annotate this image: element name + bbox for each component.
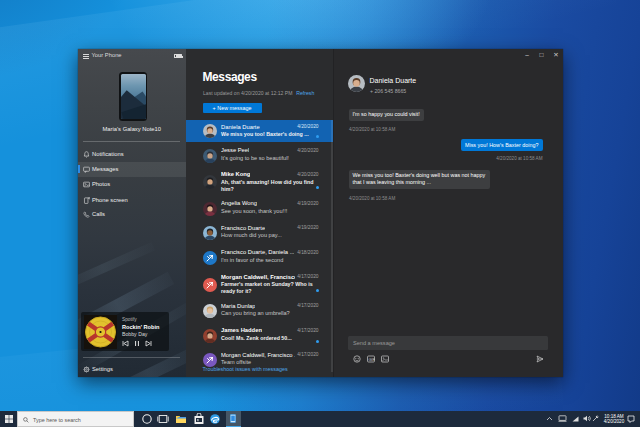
svg-text:GIF: GIF (369, 357, 376, 362)
